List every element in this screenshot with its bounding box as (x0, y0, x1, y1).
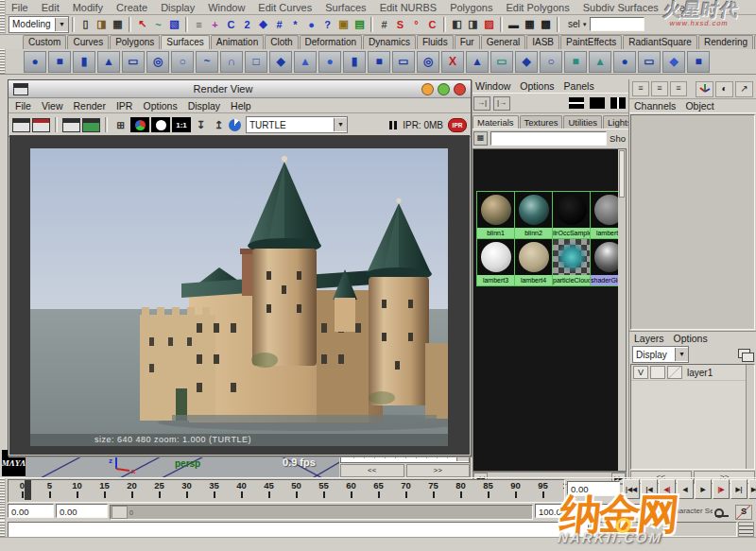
shelf-item-icon[interactable]: X (441, 51, 464, 73)
list-outline-icon[interactable]: ≡ (670, 81, 687, 96)
hypershade-menu-item[interactable]: Window (475, 80, 510, 92)
shelf-item-icon[interactable]: ◆ (515, 51, 538, 73)
shelf-tab[interactable]: Custom (23, 35, 66, 49)
chevron-down-icon[interactable]: ▼ (334, 118, 347, 131)
shelf-item-icon[interactable]: ∩ (220, 51, 243, 73)
history-toolbar-icon[interactable]: C (424, 16, 440, 32)
close-button[interactable] (454, 83, 466, 95)
layers-menu-item[interactable]: Layers (634, 333, 664, 344)
shelf-tab[interactable]: Fluids (417, 35, 454, 49)
render-view-menu-item[interactable]: IPR (116, 100, 133, 112)
layer-mode-selector[interactable]: Display ▼ (632, 346, 689, 363)
menu-item[interactable]: Display (161, 2, 195, 13)
filter-grid-icon[interactable]: ▦ (473, 131, 488, 146)
panel-toolbar-icon[interactable]: ◨ (465, 16, 481, 32)
layer-row[interactable]: V layer1 (631, 365, 754, 381)
shelf-item-icon[interactable]: ● (24, 51, 46, 73)
show-label[interactable]: Sho (610, 133, 626, 144)
sel-label[interactable]: sel (568, 19, 580, 29)
select-toolbar-icon[interactable]: ▧ (166, 16, 182, 32)
snap-toolbar-icon[interactable]: ● (303, 16, 319, 32)
shelf-item-icon[interactable]: ○ (171, 51, 194, 73)
quick-select-input[interactable] (590, 17, 644, 31)
ipr-render-icon[interactable] (62, 118, 80, 132)
render-view-menu-item[interactable]: View (42, 100, 63, 112)
layers-menu-item[interactable]: Options (674, 333, 708, 344)
hypershade-tab[interactable]: Utilities (563, 115, 602, 129)
chevron-down-icon[interactable]: ▼ (55, 18, 68, 31)
snap-toolbar-icon[interactable]: * (287, 16, 303, 32)
shelf-tab[interactable]: Curves (67, 35, 109, 49)
layer-playback-toggle[interactable] (650, 366, 665, 379)
menu-item[interactable]: File (11, 2, 28, 13)
layout-split-icon[interactable] (569, 97, 584, 109)
timeline-drag-handle[interactable] (0, 478, 6, 504)
shelf-tab[interactable]: Surfaces (161, 35, 209, 49)
menu-set-selector[interactable]: Modeling ▼ (9, 16, 69, 33)
shelf-item-icon[interactable]: ■ (48, 51, 71, 73)
shelf-tab[interactable]: Animation (211, 35, 264, 49)
menu-item[interactable]: Edit (42, 2, 60, 13)
layer-name[interactable]: layer1 (687, 368, 713, 378)
shelf-item-icon[interactable]: ▲ (589, 51, 611, 73)
material-swatch[interactable]: lambert3 (477, 239, 514, 285)
layout-quad-icon[interactable] (610, 97, 626, 109)
current-frame-indicator[interactable] (25, 480, 31, 500)
shelf-item-icon[interactable]: ■ (564, 51, 587, 73)
shelf-tab[interactable]: Cloth (265, 35, 298, 49)
shelf-tab[interactable]: IASB (526, 35, 559, 49)
shelf-item-icon[interactable]: ◆ (662, 51, 685, 73)
menubar-drag-handle[interactable] (0, 0, 6, 14)
keep-image-icon[interactable]: ↧ (193, 117, 209, 133)
layer-display-toggle[interactable] (667, 366, 682, 379)
menu-item[interactable]: Surfaces (325, 2, 366, 13)
range-drag-handle[interactable] (0, 503, 6, 521)
select-toolbar-icon[interactable]: ~ (150, 16, 166, 32)
render-view-canvas[interactable]: size: 640 480 zoom: 1.000 (TURTLE) (9, 135, 470, 455)
contrast-icon[interactable]: ◐ (715, 81, 733, 97)
shelf-item-icon[interactable]: ▲ (97, 51, 120, 73)
actual-size-icon[interactable]: 1:1 (172, 117, 191, 132)
channel-box-menu-item[interactable]: Channels (634, 100, 676, 112)
hypershade-vscrollbar[interactable] (618, 149, 626, 471)
shelf-item-icon[interactable]: ▮ (343, 51, 366, 73)
minimize-button[interactable] (421, 83, 434, 95)
panel-toolbar-icon[interactable]: ◧ (449, 16, 465, 32)
history-toolbar-icon[interactable]: ° (408, 16, 424, 32)
menu-item[interactable]: Window (208, 2, 245, 13)
channel-box-list[interactable] (630, 114, 755, 330)
shelf-tab[interactable]: RadiantSquare (623, 35, 697, 49)
render-view-menu-item[interactable]: Help (231, 100, 251, 112)
shelf-item-icon[interactable]: ▮ (73, 51, 95, 73)
chevron-down-icon[interactable]: ▼ (675, 348, 688, 361)
new-layer-icon[interactable] (738, 349, 753, 361)
select-toolbar-icon[interactable]: ↖ (134, 16, 150, 32)
shelf-item-icon[interactable]: ▭ (122, 51, 145, 73)
snap-toolbar-icon[interactable]: 2 (239, 16, 255, 32)
render-view-menu-item[interactable]: Render (74, 100, 106, 112)
hypershade-work-area[interactable]: blinn1 blinn2 ilrOccSampler5 lambert1 (472, 148, 627, 472)
shelf-drag-handle[interactable] (0, 49, 6, 74)
material-swatch[interactable]: particleCloud1 (553, 239, 590, 285)
menu-item[interactable]: Edit NURBS (380, 2, 438, 13)
list-detail-icon[interactable]: ≡ (651, 81, 668, 96)
snap-toolbar-icon[interactable]: ▤ (352, 16, 368, 32)
arrow-icon[interactable]: ↗ (735, 81, 753, 97)
snap-toolbar-icon[interactable]: ◆ (255, 16, 271, 32)
shelf-tab[interactable]: General (481, 35, 526, 49)
shelf-item-icon[interactable]: ◎ (146, 51, 169, 73)
hypershade-menu-item[interactable]: Options (520, 80, 554, 92)
shelf-tab[interactable]: PaintEffects (560, 35, 622, 49)
material-swatch[interactable]: lambert4 (515, 239, 552, 285)
material-swatch[interactable]: blinn1 (477, 192, 514, 238)
shelf-tab[interactable]: Fur (455, 35, 480, 49)
file-toolbar-icon[interactable]: ◨ (94, 16, 110, 32)
history-toolbar-icon[interactable]: S (392, 16, 408, 32)
chevron-down-icon[interactable]: ▼ (582, 22, 588, 27)
shelf-item-icon[interactable]: ◆ (269, 51, 292, 73)
menu-item[interactable]: Edit Curves (258, 2, 312, 13)
remove-image-icon[interactable]: ↥ (211, 117, 227, 133)
render-toolbar-icon[interactable]: ▬ (506, 16, 522, 32)
shelf-tab[interactable]: Polygons (110, 35, 160, 49)
shelf-item-icon[interactable]: ● (318, 51, 341, 73)
